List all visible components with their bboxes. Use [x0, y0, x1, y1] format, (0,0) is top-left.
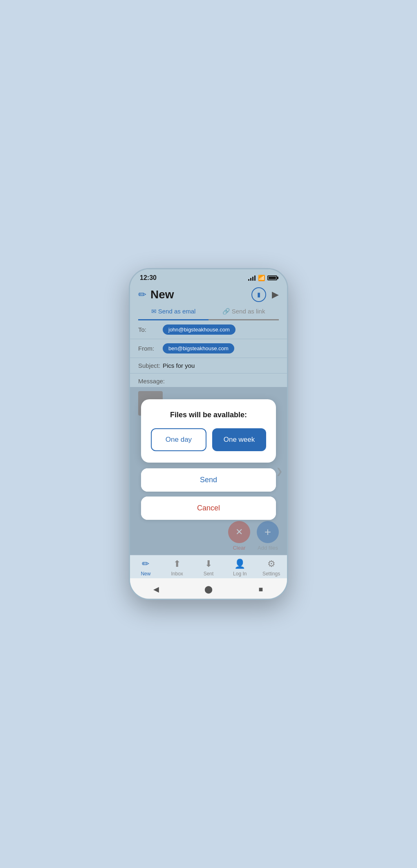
wifi-icon: 📶	[258, 275, 265, 281]
chat-icon: ▮	[257, 291, 260, 298]
tab-send-link[interactable]: 🔗 Send as link	[208, 304, 279, 320]
from-value[interactable]: ben@bigsteakhouse.com	[163, 343, 234, 353]
tabs-row: ✉ Send as emal 🔗 Send as link	[130, 304, 287, 320]
status-time: 12:30	[140, 274, 157, 282]
new-icon: ✏	[142, 559, 149, 569]
link-tab-label: Send as link	[232, 308, 265, 315]
send-button[interactable]: ▶	[272, 289, 279, 300]
bottom-nav: ✏ New ⬆ Inbox ⬇ Sent 👤 Log In ⚙ Settings	[130, 555, 287, 578]
login-label: Log In	[233, 571, 247, 577]
send-button-modal[interactable]: Send	[141, 468, 276, 492]
app-header: ✏ New ▮ ▶	[130, 284, 287, 304]
new-label: New	[141, 571, 150, 577]
to-row: To: john@bigsteakhouse.com	[130, 320, 287, 339]
nav-item-settings[interactable]: ⚙ Settings	[256, 559, 287, 577]
subject-value: Pics for you	[163, 362, 195, 369]
battery-icon	[267, 275, 277, 280]
tab-send-email[interactable]: ✉ Send as emal	[138, 304, 208, 320]
sent-label: Sent	[204, 571, 214, 577]
message-label: Message:	[130, 374, 287, 387]
nav-item-new[interactable]: ✏ New	[130, 559, 161, 577]
cancel-button[interactable]: Cancel	[141, 497, 276, 520]
one-day-button[interactable]: One day	[151, 428, 206, 451]
link-tab-icon: 🔗	[222, 308, 232, 315]
pencil-icon: ✏	[138, 289, 146, 300]
main-content: ❯ Files will be avallable: One day One w…	[130, 387, 287, 555]
one-week-button[interactable]: One week	[212, 428, 266, 451]
email-tab-label: Send as emal	[158, 308, 196, 315]
chat-button[interactable]: ▮	[251, 287, 266, 302]
phone-frame: 12:30 📶 ✏ New ▮ ▶ ✉	[129, 268, 288, 600]
to-label: To:	[138, 326, 163, 333]
from-row: From: ben@bigsteakhouse.com	[130, 339, 287, 358]
availability-modal: Files will be avallable: One day One wee…	[141, 399, 276, 463]
to-value[interactable]: john@bigsteakhouse.com	[163, 324, 235, 335]
modal-title: Files will be avallable:	[151, 411, 266, 419]
nav-item-login[interactable]: 👤 Log In	[224, 559, 256, 577]
recents-button[interactable]: ■	[255, 583, 267, 595]
subject-row: Subject: Pics for you	[130, 358, 287, 374]
sent-icon: ⬇	[205, 559, 212, 569]
cancel-card: Cancel	[141, 497, 276, 520]
login-icon: 👤	[234, 559, 245, 569]
header-left: ✏ New	[138, 288, 174, 301]
back-button[interactable]: ◀	[150, 583, 162, 595]
email-tab-icon: ✉	[151, 308, 158, 315]
page-title: New	[150, 288, 174, 301]
email-form: To: john@bigsteakhouse.com From: ben@big…	[130, 320, 287, 387]
signal-icon	[248, 275, 256, 281]
header-right: ▮ ▶	[251, 287, 279, 302]
status-bar: 12:30 📶	[130, 269, 287, 284]
nav-item-sent[interactable]: ⬇ Sent	[193, 559, 224, 577]
home-button[interactable]: ⬤	[202, 583, 215, 595]
modal-overlay: Files will be avallable: One day One wee…	[130, 387, 287, 555]
subject-label: Subject:	[138, 362, 163, 369]
inbox-icon: ⬆	[173, 559, 181, 569]
android-nav: ◀ ⬤ ■	[130, 578, 287, 599]
status-icons: 📶	[248, 275, 277, 281]
from-label: From:	[138, 345, 163, 352]
nav-item-inbox[interactable]: ⬆ Inbox	[161, 559, 193, 577]
inbox-label: Inbox	[171, 571, 183, 577]
send-card: Send	[141, 468, 276, 492]
settings-icon: ⚙	[267, 559, 276, 569]
settings-label: Settings	[262, 571, 280, 577]
availability-buttons: One day One week	[151, 428, 266, 451]
